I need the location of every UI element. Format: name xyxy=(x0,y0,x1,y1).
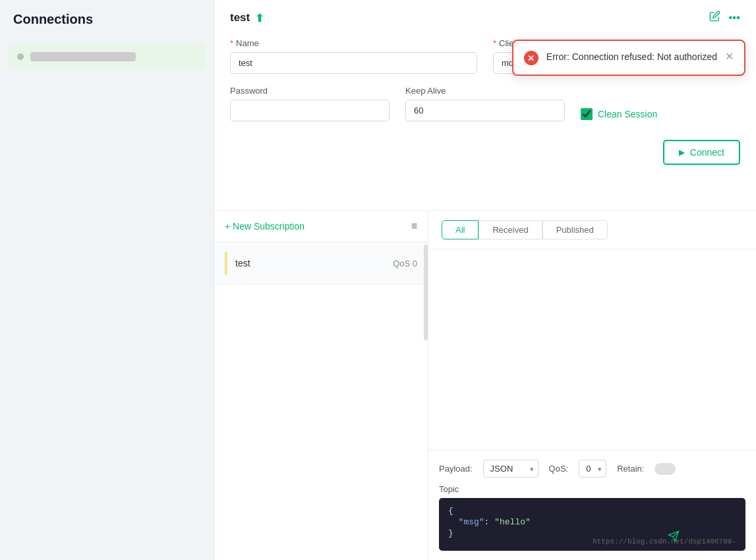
clean-session-checkbox[interactable] xyxy=(581,108,593,120)
connection-name-bar xyxy=(30,52,136,61)
error-toast: ✕ Error: Connection refused: Not authori… xyxy=(512,40,745,76)
error-message: Error: Connection refused: Not authorize… xyxy=(546,50,717,64)
edit-button[interactable] xyxy=(709,11,720,25)
send-button[interactable] xyxy=(668,530,680,545)
sidebar-title: Connections xyxy=(0,0,214,39)
form-row-2: Password Keep Alive Clean Session xyxy=(230,86,740,121)
message-tabs: All Received Published xyxy=(428,211,756,249)
connect-btn-row: ▶ Connect xyxy=(230,133,740,165)
error-icon: ✕ xyxy=(524,51,538,65)
subscription-color-bar xyxy=(225,251,227,275)
publish-controls-row: Payload: JSON Plaintext Hex Base64 QoS: … xyxy=(439,460,745,478)
top-panel-header: test ⬆ ••• xyxy=(230,11,740,25)
main-content: ✕ Error: Connection refused: Not authori… xyxy=(214,0,756,560)
keep-alive-label: Keep Alive xyxy=(405,86,565,96)
filter-button[interactable]: ≡ xyxy=(411,220,417,232)
collapse-icon[interactable]: ⬆ xyxy=(255,12,264,24)
new-subscription-button[interactable]: + New Subscription xyxy=(225,221,305,232)
connect-button[interactable]: ▶ Connect xyxy=(663,140,740,165)
scrollbar-thumb[interactable] xyxy=(424,245,428,340)
subscriptions-panel: + New Subscription ≡ test QoS 0 xyxy=(214,211,428,560)
sub-header: + New Subscription ≡ xyxy=(214,211,428,242)
password-input[interactable] xyxy=(230,100,390,121)
topic-label: Topic xyxy=(439,484,745,494)
messages-panel: All Received Published Payload: JSON Pla… xyxy=(428,211,756,560)
name-input[interactable] xyxy=(230,52,477,74)
connection-status-dot xyxy=(17,53,24,60)
tab-all[interactable]: All xyxy=(442,220,479,239)
connection-item[interactable] xyxy=(8,44,206,69)
name-group: *Name xyxy=(230,38,477,74)
retain-toggle[interactable] xyxy=(654,463,676,475)
message-list xyxy=(428,249,756,450)
keep-alive-input[interactable] xyxy=(405,100,565,121)
payload-select-wrapper: JSON Plaintext Hex Base64 xyxy=(483,460,538,478)
topic-input-row: Topic xyxy=(439,484,745,494)
top-icons: ••• xyxy=(709,11,740,25)
connection-name: test xyxy=(230,11,250,24)
payload-select[interactable]: JSON Plaintext Hex Base64 xyxy=(483,460,538,478)
password-group: Password xyxy=(230,86,390,121)
subscription-item[interactable]: test QoS 0 xyxy=(214,242,428,285)
play-icon: ▶ xyxy=(679,148,685,157)
password-label: Password xyxy=(230,86,390,96)
error-close-button[interactable]: ✕ xyxy=(725,50,734,63)
subscription-qos: QoS 0 xyxy=(393,259,417,268)
subscription-topic: test xyxy=(235,258,393,268)
payload-label: Payload: xyxy=(439,464,473,474)
qos-select-wrapper: 0 1 2 xyxy=(579,460,606,478)
tab-published[interactable]: Published xyxy=(542,220,608,239)
code-editor[interactable]: { "msg": "hello" } https://blog.csdn.net… xyxy=(439,498,745,551)
clean-session-group: Clean Session xyxy=(581,86,740,121)
code-line-2: "msg": "hello" xyxy=(448,517,736,527)
keep-alive-group: Keep Alive xyxy=(405,86,565,121)
name-label: *Name xyxy=(230,38,477,48)
top-panel: ✕ Error: Connection refused: Not authori… xyxy=(214,0,756,211)
bottom-panel: + New Subscription ≡ test QoS 0 xyxy=(214,211,756,560)
sidebar: Connections xyxy=(0,0,214,560)
more-options-button[interactable]: ••• xyxy=(728,11,740,24)
watermark: https://blog.csdn.net/dsp1406790- xyxy=(593,538,736,545)
clean-session-label: Clean Session xyxy=(598,109,657,119)
connection-title: test ⬆ xyxy=(230,11,264,24)
code-line-1: { xyxy=(448,506,736,516)
qos-label: QoS: xyxy=(549,464,569,474)
subscription-list-wrapper: test QoS 0 xyxy=(214,242,428,560)
publish-area: Payload: JSON Plaintext Hex Base64 QoS: … xyxy=(428,450,756,560)
qos-select[interactable]: 0 1 2 xyxy=(579,460,606,478)
tab-received[interactable]: Received xyxy=(479,220,542,239)
scrollbar-track[interactable] xyxy=(424,242,428,560)
subscription-list: test QoS 0 xyxy=(214,242,428,285)
code-line-3: } xyxy=(448,528,736,538)
retain-label: Retain: xyxy=(617,464,644,474)
